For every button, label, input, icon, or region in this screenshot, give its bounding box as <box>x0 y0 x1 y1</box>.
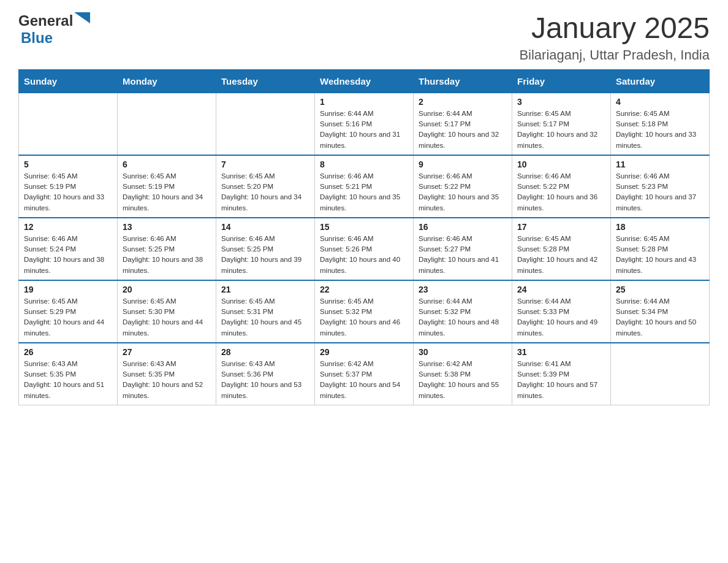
day-header-monday: Monday <box>118 69 216 93</box>
calendar-cell: 14Sunrise: 6:46 AM Sunset: 5:25 PM Dayli… <box>216 218 315 280</box>
day-number: 11 <box>616 159 704 169</box>
day-number: 1 <box>320 97 408 107</box>
day-info: Sunrise: 6:45 AM Sunset: 5:28 PM Dayligh… <box>616 234 704 276</box>
logo-blue-text: Blue <box>21 29 53 46</box>
calendar-cell: 17Sunrise: 6:45 AM Sunset: 5:28 PM Dayli… <box>512 218 611 280</box>
calendar-cell: 10Sunrise: 6:46 AM Sunset: 5:22 PM Dayli… <box>512 155 611 218</box>
calendar-title: January 2025 <box>519 12 710 45</box>
calendar-cell: 25Sunrise: 6:44 AM Sunset: 5:34 PM Dayli… <box>611 280 710 343</box>
day-number: 20 <box>123 285 211 294</box>
calendar-cell: 6Sunrise: 6:45 AM Sunset: 5:19 PM Daylig… <box>118 155 216 218</box>
day-info: Sunrise: 6:46 AM Sunset: 5:22 PM Dayligh… <box>419 171 507 213</box>
day-info: Sunrise: 6:43 AM Sunset: 5:36 PM Dayligh… <box>221 359 309 401</box>
day-number: 28 <box>221 347 309 357</box>
day-number: 4 <box>616 97 704 107</box>
calendar-cell: 28Sunrise: 6:43 AM Sunset: 5:36 PM Dayli… <box>216 343 315 405</box>
day-number: 21 <box>221 285 309 294</box>
calendar-cell: 29Sunrise: 6:42 AM Sunset: 5:37 PM Dayli… <box>315 343 414 405</box>
calendar-cell <box>216 93 315 155</box>
day-number: 15 <box>320 222 408 232</box>
day-info: Sunrise: 6:44 AM Sunset: 5:33 PM Dayligh… <box>517 296 605 339</box>
day-info: Sunrise: 6:45 AM Sunset: 5:29 PM Dayligh… <box>24 296 112 339</box>
day-info: Sunrise: 6:46 AM Sunset: 5:27 PM Dayligh… <box>419 234 507 276</box>
day-number: 30 <box>419 347 507 357</box>
day-info: Sunrise: 6:45 AM Sunset: 5:20 PM Dayligh… <box>221 171 309 213</box>
day-number: 12 <box>24 222 112 232</box>
day-info: Sunrise: 6:42 AM Sunset: 5:37 PM Dayligh… <box>320 359 408 401</box>
day-header-wednesday: Wednesday <box>315 69 414 93</box>
calendar-cell: 18Sunrise: 6:45 AM Sunset: 5:28 PM Dayli… <box>611 218 710 280</box>
day-number: 10 <box>517 159 605 169</box>
day-number: 26 <box>24 347 112 357</box>
day-info: Sunrise: 6:46 AM Sunset: 5:22 PM Dayligh… <box>517 171 605 213</box>
calendar-cell <box>19 93 118 155</box>
day-number: 23 <box>419 285 507 294</box>
logo: General Blue <box>18 12 90 47</box>
calendar-week-row: 1Sunrise: 6:44 AM Sunset: 5:16 PM Daylig… <box>19 93 710 155</box>
day-number: 16 <box>419 222 507 232</box>
day-info: Sunrise: 6:45 AM Sunset: 5:18 PM Dayligh… <box>616 109 704 151</box>
day-info: Sunrise: 6:46 AM Sunset: 5:24 PM Dayligh… <box>24 234 112 276</box>
calendar-cell: 26Sunrise: 6:43 AM Sunset: 5:35 PM Dayli… <box>19 343 118 405</box>
page-header: General Blue January 2025 Bilariaganj, U… <box>18 12 710 63</box>
title-section: January 2025 Bilariaganj, Uttar Pradesh,… <box>519 12 710 63</box>
calendar-cell: 12Sunrise: 6:46 AM Sunset: 5:24 PM Dayli… <box>19 218 118 280</box>
day-header-thursday: Thursday <box>414 69 512 93</box>
calendar-week-row: 26Sunrise: 6:43 AM Sunset: 5:35 PM Dayli… <box>19 343 710 405</box>
day-number: 19 <box>24 285 112 294</box>
day-info: Sunrise: 6:45 AM Sunset: 5:31 PM Dayligh… <box>221 296 309 339</box>
calendar-cell: 20Sunrise: 6:45 AM Sunset: 5:30 PM Dayli… <box>118 280 216 343</box>
day-info: Sunrise: 6:43 AM Sunset: 5:35 PM Dayligh… <box>24 359 112 401</box>
day-info: Sunrise: 6:42 AM Sunset: 5:38 PM Dayligh… <box>419 359 507 401</box>
day-info: Sunrise: 6:46 AM Sunset: 5:26 PM Dayligh… <box>320 234 408 276</box>
day-info: Sunrise: 6:44 AM Sunset: 5:34 PM Dayligh… <box>616 296 704 339</box>
day-number: 3 <box>517 97 605 107</box>
calendar-cell: 11Sunrise: 6:46 AM Sunset: 5:23 PM Dayli… <box>611 155 710 218</box>
calendar-cell: 31Sunrise: 6:41 AM Sunset: 5:39 PM Dayli… <box>512 343 611 405</box>
day-info: Sunrise: 6:45 AM Sunset: 5:19 PM Dayligh… <box>24 171 112 213</box>
calendar-cell: 5Sunrise: 6:45 AM Sunset: 5:19 PM Daylig… <box>19 155 118 218</box>
day-info: Sunrise: 6:45 AM Sunset: 5:32 PM Dayligh… <box>320 296 408 339</box>
calendar-cell: 13Sunrise: 6:46 AM Sunset: 5:25 PM Dayli… <box>118 218 216 280</box>
calendar-cell: 19Sunrise: 6:45 AM Sunset: 5:29 PM Dayli… <box>19 280 118 343</box>
calendar-cell: 22Sunrise: 6:45 AM Sunset: 5:32 PM Dayli… <box>315 280 414 343</box>
day-number: 27 <box>123 347 211 357</box>
logo-general-text: General <box>18 12 73 29</box>
day-number: 22 <box>320 285 408 294</box>
day-header-friday: Friday <box>512 69 611 93</box>
calendar-cell: 1Sunrise: 6:44 AM Sunset: 5:16 PM Daylig… <box>315 93 414 155</box>
day-info: Sunrise: 6:46 AM Sunset: 5:21 PM Dayligh… <box>320 171 408 213</box>
day-number: 2 <box>419 97 507 107</box>
day-number: 9 <box>419 159 507 169</box>
day-info: Sunrise: 6:44 AM Sunset: 5:32 PM Dayligh… <box>419 296 507 339</box>
calendar-cell: 16Sunrise: 6:46 AM Sunset: 5:27 PM Dayli… <box>414 218 512 280</box>
svg-marker-0 <box>74 12 90 23</box>
day-number: 8 <box>320 159 408 169</box>
calendar-table: SundayMondayTuesdayWednesdayThursdayFrid… <box>18 69 710 405</box>
day-info: Sunrise: 6:45 AM Sunset: 5:30 PM Dayligh… <box>123 296 211 339</box>
day-header-sunday: Sunday <box>19 69 118 93</box>
calendar-subtitle: Bilariaganj, Uttar Pradesh, India <box>519 47 710 63</box>
calendar-cell: 2Sunrise: 6:44 AM Sunset: 5:17 PM Daylig… <box>414 93 512 155</box>
calendar-cell: 7Sunrise: 6:45 AM Sunset: 5:20 PM Daylig… <box>216 155 315 218</box>
day-info: Sunrise: 6:45 AM Sunset: 5:19 PM Dayligh… <box>123 171 211 213</box>
day-info: Sunrise: 6:44 AM Sunset: 5:16 PM Dayligh… <box>320 109 408 151</box>
day-number: 24 <box>517 285 605 294</box>
calendar-cell: 30Sunrise: 6:42 AM Sunset: 5:38 PM Dayli… <box>414 343 512 405</box>
day-info: Sunrise: 6:41 AM Sunset: 5:39 PM Dayligh… <box>517 359 605 401</box>
logo-arrow-icon <box>74 12 90 28</box>
calendar-cell: 23Sunrise: 6:44 AM Sunset: 5:32 PM Dayli… <box>414 280 512 343</box>
day-number: 14 <box>221 222 309 232</box>
calendar-cell: 4Sunrise: 6:45 AM Sunset: 5:18 PM Daylig… <box>611 93 710 155</box>
day-number: 29 <box>320 347 408 357</box>
day-number: 31 <box>517 347 605 357</box>
day-number: 6 <box>123 159 211 169</box>
calendar-cell: 3Sunrise: 6:45 AM Sunset: 5:17 PM Daylig… <box>512 93 611 155</box>
day-number: 18 <box>616 222 704 232</box>
calendar-week-row: 12Sunrise: 6:46 AM Sunset: 5:24 PM Dayli… <box>19 218 710 280</box>
calendar-cell: 8Sunrise: 6:46 AM Sunset: 5:21 PM Daylig… <box>315 155 414 218</box>
day-number: 17 <box>517 222 605 232</box>
day-number: 7 <box>221 159 309 169</box>
day-number: 13 <box>123 222 211 232</box>
day-header-saturday: Saturday <box>611 69 710 93</box>
